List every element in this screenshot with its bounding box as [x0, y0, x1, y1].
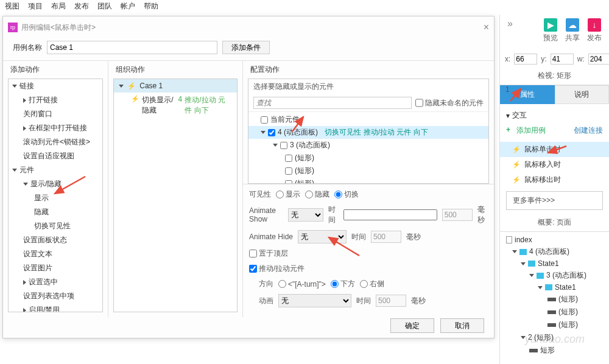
animhide-select[interactable]: 无	[298, 230, 347, 243]
tree-links[interactable]: 链接	[9, 79, 102, 93]
radio-toggle[interactable]: 切换	[334, 189, 359, 200]
widget-shape[interactable]: (短形)	[248, 164, 488, 177]
x-label: x:	[505, 55, 510, 63]
tab-notes[interactable]: 说明	[555, 85, 610, 104]
x-input[interactable]	[514, 54, 537, 65]
outline-item[interactable]: (短形)	[504, 306, 605, 318]
panel-icon	[545, 284, 552, 290]
inspect-title: 检视: 矩形	[500, 67, 609, 85]
tool-share[interactable]: ☁共享	[565, 18, 580, 43]
tree-item[interactable]: 设置图片	[9, 261, 102, 275]
tree-widgets[interactable]: 元件	[9, 163, 102, 177]
radio-right[interactable]: 右侧	[360, 279, 384, 289]
animhide-label: Animate Hide	[249, 233, 293, 241]
menu-help[interactable]: 帮助	[144, 1, 158, 13]
tree-item[interactable]: 关闭窗口	[9, 107, 102, 121]
ok-button[interactable]: 确定	[390, 318, 434, 333]
widget-4[interactable]: 4 (动态面板) 切换可见性 推动/拉动 元件 向下	[248, 126, 488, 139]
actions-tree: 链接 打开链接 关闭窗口 在框架中打开链接 滚动到元件<锁链接> 设置自适应视图…	[8, 79, 103, 312]
case-name-input[interactable]	[47, 41, 217, 54]
menu-account[interactable]: 帐户	[121, 1, 135, 13]
tree-item[interactable]: 设置文本	[9, 247, 102, 261]
menu-project[interactable]: 项目	[28, 1, 43, 13]
tree-item[interactable]: 滚动到元件<锁链接>	[9, 135, 102, 149]
outline-item[interactable]: State1	[504, 258, 605, 269]
bring-front-checkbox[interactable]: 置于顶层	[249, 248, 288, 259]
visibility-label: 可见性	[249, 189, 271, 200]
widget-3[interactable]: 3 (动态面板)	[248, 139, 488, 152]
y-input[interactable]	[551, 54, 574, 65]
tree-item[interactable]: 隐藏	[9, 205, 102, 219]
cancel-button[interactable]: 取消	[440, 318, 484, 333]
time-label: 时间	[328, 205, 339, 225]
action-node[interactable]: ⚡ 切换显示/隐藏 4 推动/拉动 元件 向下	[114, 93, 237, 118]
shape-icon	[547, 298, 556, 301]
outline-item[interactable]: 2 (短形)	[504, 331, 605, 344]
panel-icon	[519, 249, 527, 255]
tree-item[interactable]: 设置面板状态	[9, 233, 102, 247]
widget-shape[interactable]: (短形)	[248, 152, 488, 164]
tree-showhide[interactable]: 显示/隐藏	[9, 177, 102, 191]
outline-item[interactable]: 3 (动态面板)	[504, 269, 605, 282]
panel-icon	[537, 273, 544, 279]
shape-icon	[547, 310, 556, 314]
menu-publish[interactable]: 发布	[74, 1, 89, 13]
outline-item[interactable]: 短形	[504, 344, 605, 357]
col1-header: 添加动作	[3, 61, 108, 79]
tree-item[interactable]: 在框架中打开链接	[9, 121, 102, 135]
radio-show[interactable]: 显示	[276, 189, 300, 200]
y-label: y:	[541, 55, 546, 63]
menu-view[interactable]: 视图	[5, 1, 19, 13]
panel-icon	[528, 261, 535, 267]
radio-below[interactable]: <"[A-turn]">	[278, 280, 326, 289]
radio-below[interactable]: 下方	[331, 279, 355, 289]
app-icon: rp	[8, 23, 18, 32]
tool-preview[interactable]: ▶预览	[543, 18, 558, 43]
search-input[interactable]	[253, 97, 412, 109]
widget-this[interactable]: 当前元件	[248, 113, 488, 126]
event-mouseenter[interactable]: ⚡鼠标移入时	[500, 157, 609, 172]
tree-item[interactable]: 设置自适应视图	[9, 149, 102, 163]
menu-team[interactable]: 团队	[97, 1, 112, 13]
ms-label: 毫秒	[411, 296, 426, 306]
expand-panel-icon[interactable]: »	[507, 18, 513, 29]
anim-time	[376, 295, 406, 307]
shape-icon	[529, 349, 538, 352]
hide-unnamed-checkbox[interactable]: 隐藏未命名的元件	[415, 97, 484, 109]
w-input[interactable]	[588, 54, 609, 65]
outline-item[interactable]: State1	[504, 282, 605, 293]
time-label: 时间	[351, 232, 366, 242]
tree-item[interactable]: 切换可见性	[9, 219, 102, 233]
animshow-select[interactable]: 无	[288, 208, 323, 222]
case-editor-dialog: rp 用例编辑<鼠标单击时> × 用例名称 添加条件 添加动作 链接 打开链接 …	[2, 16, 495, 338]
outline-item[interactable]: (短形)	[504, 318, 605, 331]
event-mouseleave[interactable]: ⚡鼠标移出时	[500, 172, 609, 187]
close-icon[interactable]: ×	[484, 22, 489, 33]
outline-root[interactable]: index	[504, 234, 605, 245]
case-node[interactable]: ⚡Case 1	[114, 79, 237, 93]
outline-item[interactable]: 4 (动态面板)	[504, 245, 605, 258]
tree-item[interactable]: 显示	[9, 191, 102, 205]
add-case-link[interactable]: 添加用例	[516, 125, 546, 136]
tree-item[interactable]: 启用/禁用	[9, 303, 102, 312]
anim-select[interactable]: 无	[278, 294, 351, 307]
menu-arrange[interactable]: 布局	[51, 1, 66, 13]
animshow-time[interactable]	[343, 209, 437, 220]
outline-item[interactable]: (短形)	[504, 293, 605, 306]
event-click[interactable]: ⚡鼠标单击时	[500, 142, 609, 157]
widget-shape[interactable]: (短形)	[248, 177, 488, 184]
push-pull-checkbox[interactable]: 推动/拉动元件	[249, 264, 304, 274]
tree-item[interactable]: 设置列表选中项	[9, 289, 102, 303]
outline-title: 概要: 页面	[500, 214, 609, 232]
radio-hide[interactable]: 隐藏	[305, 189, 329, 200]
ix-heading[interactable]: ▾交互	[506, 108, 603, 123]
animhide-time	[371, 231, 401, 243]
tree-item[interactable]: 打开链接	[9, 93, 102, 107]
more-events[interactable]: 更多事件>>>	[506, 191, 603, 210]
tree-item[interactable]: 设置选中	[9, 275, 102, 289]
tool-publish[interactable]: ↓发布	[587, 18, 602, 43]
add-condition-button[interactable]: 添加条件	[222, 41, 270, 54]
create-link-link[interactable]: 创建连接	[574, 125, 603, 136]
w-label: w:	[577, 55, 585, 63]
col3-header: 配置动作	[243, 61, 494, 79]
